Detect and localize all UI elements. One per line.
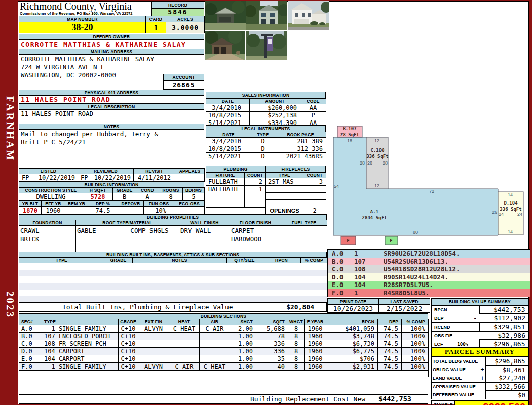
funobs-value: -10%: [144, 207, 174, 215]
dep-pct-value: 74.5: [88, 207, 118, 215]
reviewed-label: REVIEWED: [78, 169, 134, 174]
legal-description-section: LEGAL DESCRIPTION 11 HALES POINT ROAD: [19, 104, 204, 124]
photo-outbuilding-image: [205, 1, 246, 30]
mailing-address-label: MAILING ADDRESS: [19, 49, 204, 55]
replacement-cost-value: $442,753: [378, 395, 411, 403]
sales-col-date: DATE: [206, 99, 250, 104]
bvs-row-rpcn: RPCN $442,753: [432, 305, 529, 314]
bvs-row-dep: DEP - $112,902: [432, 314, 529, 322]
taxable-value-label: TAXABLE VALUE: [432, 400, 455, 405]
svg-text:28: 28: [383, 160, 388, 166]
fireplaces-col-type: TYPE: [266, 173, 303, 178]
photo-sign-image: [246, 31, 287, 60]
sketch-code-row: C.0108U54R18SD28R12U28L12.: [328, 265, 530, 273]
mailing-line-1: CORROTTE MATTHIAS & KATHARINE SALAY: [21, 55, 204, 63]
legal-instruments-title: LEGAL INSTRUMENTS: [206, 125, 326, 132]
photo-farmhouse-image: [288, 1, 329, 30]
listed-value: FP10/22/2019: [19, 174, 78, 182]
floor-finish-label: FLOOR FINISH: [230, 220, 281, 226]
svg-text:54: 54: [334, 184, 339, 189]
sales-table: SALES INFORMATION DATE AMOUNT CODE 3/4/2…: [206, 92, 326, 127]
svg-text:72: 72: [429, 189, 434, 194]
built-ins-col-type: TYPE: [19, 258, 104, 263]
card-label: CARD: [146, 16, 166, 22]
plumbing-table: PLUMBING FIXTURE COUNT FULLBATH2 HALFBAT…: [206, 166, 265, 208]
svg-text:14: 14: [508, 229, 513, 234]
sketch-code-row: B.0107U54R2SU6R13D6L13.: [328, 258, 530, 266]
svg-text:E: E: [390, 238, 392, 244]
notes-line-1: Mail to changed per Hubbard, Terry &: [21, 130, 204, 138]
sketch-code-row: F.01R4SR8D5L8U5.: [328, 289, 530, 297]
last-saved-value: 2/15/2022: [379, 305, 430, 313]
county-title: Richmond County, Virginia: [20, 2, 150, 11]
listed-label: LISTED: [19, 169, 78, 174]
photo-barn-image: [205, 31, 245, 60]
print-saved: PRINT DATE LAST SAVED 10/26/2023 2/15/20…: [327, 298, 430, 313]
parcel-summary-title: PARCEL SUMMARY: [431, 347, 528, 357]
parcel-row-total-bldg: TOTAL BLDG VALUE $296,865: [432, 357, 529, 366]
roof-value: GABLE COMP SHGLS: [76, 226, 179, 252]
photo-sign[interactable]: [246, 31, 287, 62]
photo-farmhouse[interactable]: [288, 1, 329, 32]
built-ins-col-comp: % COMP: [301, 258, 327, 263]
svg-text:12: 12: [374, 183, 379, 188]
plumbing-col-count: COUNT: [245, 173, 266, 178]
openings-value: 2: [303, 207, 326, 215]
bdrms-value: 5: [183, 193, 205, 201]
fuel-type-label: FUEL TYPE: [281, 220, 327, 226]
legal-instrument-row: 3/4/2010D281 389: [206, 138, 326, 145]
photo-outbuilding[interactable]: [205, 1, 246, 32]
grade-label: GRADE: [113, 188, 136, 193]
sketch-shape-A.1: [333, 137, 498, 235]
sales-row: 10/8/2015$252,138P: [206, 112, 326, 119]
photo-barn[interactable]: [205, 31, 245, 62]
deeded-owner-label: DEEDED OWNER: [19, 34, 204, 40]
remyr-label: REM YR: [65, 201, 88, 207]
deeded-owner-value: CORROTTE MATTHIAS & KATHARINE SALAY: [19, 40, 204, 49]
record-label: RECORD: [151, 2, 204, 9]
acres-label: ACRES: [166, 16, 205, 22]
acres-value: 3.0000: [166, 22, 205, 33]
fireplace-row: 2ST MAS3: [266, 178, 326, 186]
svg-text:18: 18: [347, 138, 352, 143]
ecoobs-label: ECO OBS: [174, 201, 205, 207]
depovr-label: DEPOVR: [118, 201, 144, 207]
openings-label: OPENINGS: [266, 207, 303, 215]
svg-text:F: F: [347, 238, 349, 244]
bdrms-label: BDRMS: [183, 188, 205, 193]
county-header: Richmond County, Virginia Commissioner o…: [20, 2, 150, 15]
building-sketch: A.12844 SqFtB.10778 SqFtC.108336 SqFtD.1…: [330, 122, 529, 246]
legal-col-type: TYPE: [251, 132, 275, 138]
photo-house-rear[interactable]: [246, 1, 287, 32]
svg-text:24: 24: [517, 212, 522, 217]
fuel-type-value: [281, 226, 327, 252]
rooms-value: 8: [159, 193, 183, 201]
svg-text:28: 28: [367, 160, 372, 166]
svg-text:12: 12: [374, 138, 379, 143]
building-sections-table: BUILDING SECTIONS SEC#TYPE GRADEEXT FIN …: [19, 313, 428, 377]
construction-style-label: CONSTRUCTION STYLE: [19, 188, 83, 193]
parcel-row-obldg: OBLDG VALUE + $8,461: [432, 366, 529, 374]
map-number-label: MAP NUMBER: [19, 16, 146, 22]
building-value-summary-title: BUILDING VALUE SUMMARY: [431, 298, 528, 305]
sketch-code-row: D.0104R90SR14U24L14D24.: [328, 273, 530, 281]
parcel-row-appraised: APPRAISED VALUE $332,566: [432, 382, 529, 391]
legal-col-bookpage: BOOK PAGE: [275, 132, 326, 138]
ecoobs-value: [174, 207, 205, 215]
effyr-label: EFF YR: [42, 201, 65, 207]
building-value-summary: BUILDING VALUE SUMMARY RPCN $442,753 DEP…: [431, 298, 528, 349]
svg-text:78 SqFt: 78 SqFt: [340, 132, 359, 137]
appeals-label: APPEALS: [175, 169, 205, 174]
dep-pct-label: DEP %: [88, 201, 118, 207]
parcel-summary: PARCEL SUMMARY TOTAL BLDG VALUE $296,865…: [431, 347, 528, 405]
svg-text:A.1: A.1: [370, 209, 378, 214]
parcel-row-land: LAND VALUE + $27,240: [432, 374, 529, 383]
svg-text:28: 28: [360, 160, 365, 166]
building-properties: BUILDING PROPERTIES FOUNDATION ROOF TYPE…: [19, 214, 327, 252]
legal-col-date: DATE: [206, 132, 251, 138]
physical-address-value: 11 HALES POINT ROAD: [19, 96, 204, 104]
parcel-row-deferred: DEFERRED VALUE - $0: [432, 391, 529, 399]
account-value: 26865: [163, 81, 204, 90]
property-record-card: FARNHAM 2023 Richmond County, Virginia C…: [0, 0, 532, 405]
yrblt-value: 1870: [19, 207, 42, 215]
